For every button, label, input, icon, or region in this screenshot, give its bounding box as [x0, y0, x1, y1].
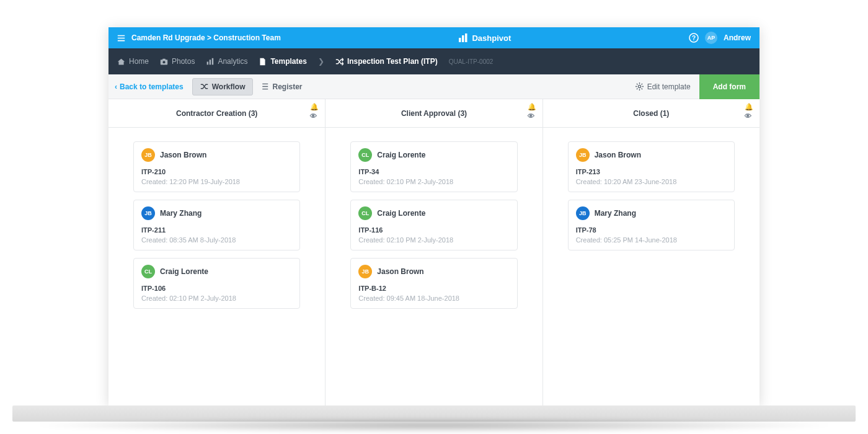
back-to-templates[interactable]: ‹ Back to templates [115, 82, 184, 91]
form-card[interactable]: JBMary ZhangITP-78Created: 05:25 PM 14-J… [568, 200, 735, 250]
breadcrumb-template[interactable]: Inspection Test Plan (ITP) [335, 57, 438, 66]
column-header: Closed (1)🔔👁 [543, 99, 760, 128]
form-code: ITP-34 [358, 168, 509, 175]
form-created: Created: 02:10 PM 2-July-2018 [358, 236, 509, 244]
template-id: QUAL-ITP-0002 [449, 58, 494, 65]
author-avatar: CL [358, 148, 372, 162]
workflow-board: Contractor Creation (3)🔔👁JBJason BrownIT… [108, 99, 760, 405]
form-card[interactable]: JBMary ZhangITP-211Created: 08:35 AM 8-J… [133, 200, 300, 250]
nav-home[interactable]: Home [117, 57, 149, 66]
chevron-left-icon: ‹ [115, 82, 117, 91]
author-avatar: JB [576, 148, 590, 162]
form-created: Created: 10:20 AM 23-June-2018 [576, 178, 727, 185]
author-name: Craig Lorente [160, 267, 208, 276]
device-stand [12, 405, 856, 434]
workflow-column: Contractor Creation (3)🔔👁JBJason BrownIT… [108, 99, 326, 405]
eye-icon[interactable]: 👁 [745, 112, 753, 120]
camera-icon [160, 58, 168, 66]
form-created: Created: 08:35 AM 8-July-2018 [141, 236, 292, 244]
form-code: ITP-210 [141, 168, 292, 175]
form-code: ITP-B-12 [358, 285, 509, 292]
nav-analytics-label: Analytics [218, 57, 247, 66]
brand-name: Dashpivot [472, 33, 511, 43]
svg-point-11 [638, 85, 640, 87]
column-header: Client Approval (3)🔔👁 [326, 99, 542, 128]
form-created: Created: 02:10 PM 2-July-2018 [358, 178, 509, 185]
topbar: Camden Rd Upgrade > Construction Team Da… [108, 27, 760, 48]
author-avatar: CL [358, 206, 372, 220]
view-workflow[interactable]: Workflow [192, 78, 254, 95]
author-avatar: JB [141, 148, 155, 162]
app-window: Camden Rd Upgrade > Construction Team Da… [108, 27, 760, 405]
form-code: ITP-116 [358, 226, 509, 234]
svg-rect-1 [462, 35, 464, 42]
form-code: ITP-106 [141, 285, 292, 292]
bell-icon[interactable]: 🔔 [528, 103, 536, 111]
form-code: ITP-78 [576, 226, 727, 234]
eye-icon[interactable]: 👁 [528, 112, 536, 120]
brand: Dashpivot [281, 33, 689, 43]
author-name: Craig Lorente [377, 151, 425, 159]
gear-icon [636, 82, 644, 91]
form-created: Created: 05:25 PM 14-June-2018 [576, 236, 727, 244]
svg-rect-10 [212, 58, 213, 64]
nav-templates-label: Templates [270, 57, 306, 66]
author-name: Jason Brown [377, 267, 423, 276]
svg-rect-8 [207, 61, 208, 64]
view-register[interactable]: Register [253, 79, 309, 95]
author-name: Jason Brown [160, 151, 206, 159]
help-icon[interactable]: ? [689, 33, 699, 43]
eye-icon[interactable]: 👁 [310, 112, 319, 120]
author-name: Mary Zhang [595, 209, 636, 218]
column-title: Contractor Creation (3) [176, 109, 257, 118]
author-avatar: JB [141, 206, 155, 220]
list-icon [260, 82, 268, 91]
column-title: Closed (1) [633, 109, 669, 118]
add-form-button[interactable]: Add form [699, 74, 760, 99]
view-workflow-label: Workflow [212, 82, 246, 91]
home-icon [117, 58, 125, 66]
svg-rect-9 [210, 60, 211, 64]
form-created: Created: 02:10 PM 2-July-2018 [141, 294, 292, 302]
back-label: Back to templates [120, 82, 184, 91]
edit-template[interactable]: Edit template [636, 82, 691, 91]
bell-icon[interactable]: 🔔 [310, 103, 319, 111]
menu-icon[interactable] [117, 34, 125, 42]
form-card[interactable]: CLCraig LorenteITP-116Created: 02:10 PM … [350, 200, 517, 250]
nav-photos[interactable]: Photos [160, 57, 195, 66]
column-title: Client Approval (3) [401, 109, 467, 118]
form-created: Created: 09:45 AM 18-June-2018 [358, 294, 509, 302]
svg-point-6 [162, 61, 165, 63]
svg-rect-0 [459, 38, 461, 42]
user-avatar[interactable]: AP [705, 32, 717, 44]
file-icon [259, 58, 267, 66]
svg-rect-2 [465, 33, 467, 42]
chevron-right-icon: ❯ [318, 57, 324, 66]
nav-home-label: Home [129, 57, 149, 66]
nav-analytics[interactable]: Analytics [206, 57, 247, 66]
author-avatar: JB [576, 206, 590, 220]
breadcrumb[interactable]: Camden Rd Upgrade > Construction Team [131, 33, 281, 42]
navbar: Home Photos Analytics Templates ❯ Inspec… [108, 48, 760, 74]
form-card[interactable]: CLCraig LorenteITP-34Created: 02:10 PM 2… [350, 141, 517, 192]
card-list: CLCraig LorenteITP-34Created: 02:10 PM 2… [326, 128, 542, 322]
author-avatar: CL [141, 265, 155, 278]
nav-photos-label: Photos [172, 57, 195, 66]
form-card[interactable]: JBJason BrownITP-B-12Created: 09:45 AM 1… [350, 258, 517, 309]
edit-template-label: Edit template [647, 82, 691, 91]
form-code: ITP-213 [576, 168, 727, 175]
form-card[interactable]: JBJason BrownITP-213Created: 10:20 AM 23… [568, 141, 735, 192]
column-header: Contractor Creation (3)🔔👁 [108, 99, 325, 128]
bell-icon[interactable]: 🔔 [745, 103, 753, 111]
author-name: Jason Brown [595, 151, 641, 159]
form-card[interactable]: JBJason BrownITP-210Created: 12:20 PM 19… [133, 141, 300, 192]
breadcrumb-template-label: Inspection Test Plan (ITP) [347, 57, 438, 66]
toolbar: ‹ Back to templates Workflow Register Ed… [108, 74, 760, 99]
author-name: Craig Lorente [377, 209, 425, 218]
add-form-label: Add form [713, 82, 746, 91]
author-name: Mary Zhang [160, 209, 202, 218]
logo-icon [458, 33, 468, 42]
form-card[interactable]: CLCraig LorenteITP-106Created: 02:10 PM … [133, 258, 300, 309]
nav-templates[interactable]: Templates [259, 57, 306, 66]
user-name[interactable]: Andrew [724, 33, 751, 42]
